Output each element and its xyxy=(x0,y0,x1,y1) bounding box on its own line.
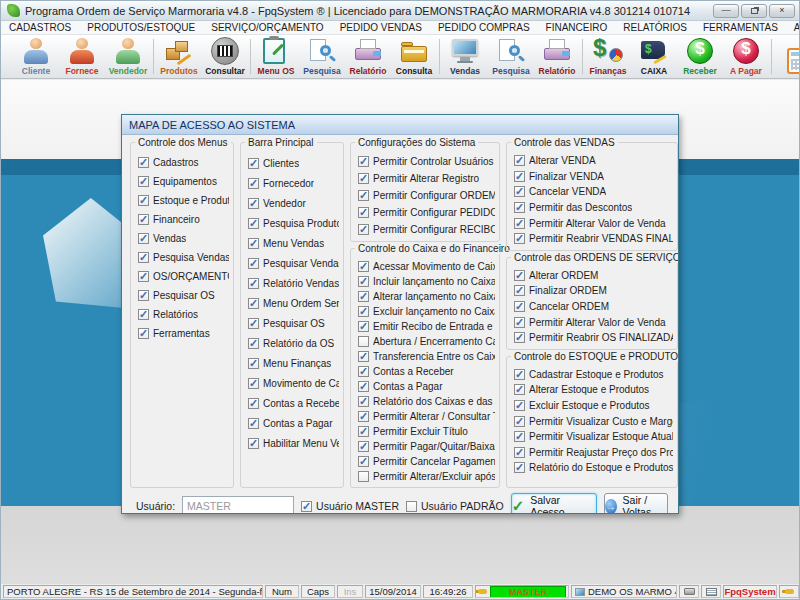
checkbox-item[interactable]: ✓Finalizar VENDA xyxy=(514,169,673,185)
checkbox-item[interactable]: ✓Permitir Alterar Valor de Venda xyxy=(514,314,673,330)
checkbox[interactable]: ✓ xyxy=(514,301,525,312)
checkbox[interactable]: ✓ xyxy=(514,332,525,343)
toolbar-button-clipboard[interactable]: Menu OS xyxy=(253,36,299,77)
save-access-button[interactable]: ✓ Salvar Acesso xyxy=(511,493,597,513)
checkbox-item[interactable]: ✓Habilitar Menu Vendas xyxy=(248,433,339,453)
checkbox[interactable]: ✓ xyxy=(358,366,369,377)
checkbox[interactable]: ✓ xyxy=(514,155,525,166)
checkbox-item[interactable]: ✓Alterar ORDEM xyxy=(514,268,673,284)
checkbox-item[interactable]: ✓Cadastrar Estoque e Produtos xyxy=(514,367,673,383)
checkbox-item[interactable]: ✓Pesquisa Produtos xyxy=(248,213,339,233)
checkbox[interactable]: ✓ xyxy=(138,176,149,187)
checkbox-item[interactable]: ✓Excluir lançamento no Caixa xyxy=(358,304,495,319)
toolbar-button-search-doc[interactable]: Pesquisa xyxy=(488,36,534,77)
menu-item-financeiro[interactable]: FINANCEIRO xyxy=(546,22,608,33)
menu-item-relat-rios[interactable]: RELATÓRIOS xyxy=(623,22,687,33)
toolbar-button-person-supplier[interactable]: Fornece xyxy=(59,36,105,77)
checkbox-usuario-master[interactable]: ✓ Usuário MASTER xyxy=(301,500,399,512)
checkbox-item[interactable]: ✓Clientes xyxy=(248,153,339,173)
minimize-button[interactable]: — xyxy=(713,4,739,18)
checkbox-item[interactable]: ✓Vendedor xyxy=(248,193,339,213)
checkbox[interactable]: ✓ xyxy=(248,318,259,329)
checkbox-item[interactable]: ✓Relatório da OS xyxy=(248,333,339,353)
status-table-button[interactable] xyxy=(701,585,721,598)
checkbox-item[interactable]: ✓Alterar VENDA xyxy=(514,153,673,169)
checkbox-item[interactable]: ✓Fornecedor xyxy=(248,173,339,193)
checkbox[interactable]: ✓ xyxy=(248,398,259,409)
checkbox[interactable]: ✓ xyxy=(358,411,369,422)
checkbox-item[interactable]: ✓Pesquisar OS xyxy=(248,313,339,333)
toolbar-button-person-client[interactable]: Cliente xyxy=(13,36,59,77)
checkbox[interactable]: ✓ xyxy=(514,431,525,442)
checkbox-item[interactable]: ✓Vendas xyxy=(138,229,229,248)
checkbox-item[interactable]: ✓Permitir Configurar ORDEM xyxy=(358,187,495,204)
menu-item-ajuda[interactable]: AJUDA xyxy=(794,22,800,33)
checkbox[interactable]: ✓ xyxy=(248,158,259,169)
checkbox[interactable]: ✓ xyxy=(138,233,149,244)
checkbox[interactable]: ✓ xyxy=(301,501,312,512)
checkbox[interactable]: ✓ xyxy=(358,291,369,302)
close-button[interactable]: × xyxy=(769,4,795,18)
checkbox[interactable]: ✓ xyxy=(358,261,369,272)
checkbox[interactable] xyxy=(406,501,417,512)
toolbar-button-report[interactable]: Relatório xyxy=(534,36,580,77)
toolbar-button-cash-book[interactable]: $CAIXA xyxy=(631,36,677,77)
checkbox[interactable]: ✓ xyxy=(248,338,259,349)
checkbox[interactable]: ✓ xyxy=(514,270,525,281)
checkbox[interactable]: ✓ xyxy=(358,456,369,467)
checkbox-item[interactable]: ✓Menu Ordem Serviço xyxy=(248,293,339,313)
checkbox[interactable]: ✓ xyxy=(248,258,259,269)
user-input[interactable] xyxy=(182,496,294,513)
checkbox-item[interactable]: ✓Menu Vendas xyxy=(248,233,339,253)
checkbox-item[interactable]: ✓Contas a Pagar xyxy=(358,379,495,394)
checkbox[interactable]: ✓ xyxy=(514,171,525,182)
restore-button[interactable] xyxy=(741,4,767,18)
checkbox-item[interactable]: Abertura / Encerramento Caixa xyxy=(358,334,495,349)
checkbox[interactable]: ✓ xyxy=(358,396,369,407)
checkbox[interactable]: ✓ xyxy=(358,441,369,452)
checkbox[interactable]: ✓ xyxy=(514,317,525,328)
toolbar-button-report[interactable]: Relatório xyxy=(345,36,391,77)
checkbox-item[interactable]: Permitir Alterar/Excluir após fechamento xyxy=(358,469,495,484)
checkbox[interactable]: ✓ xyxy=(248,178,259,189)
checkbox-item[interactable]: ✓OS/ORÇAMENTO xyxy=(138,267,229,286)
checkbox[interactable]: ✓ xyxy=(358,276,369,287)
checkbox[interactable]: ✓ xyxy=(514,233,525,244)
checkbox[interactable]: ✓ xyxy=(248,218,259,229)
checkbox-item[interactable]: ✓Permitir Visualizar Estoque Atual e Mín… xyxy=(514,429,673,445)
menu-item-produtos-estoque[interactable]: PRODUTOS/ESTOQUE xyxy=(87,22,195,33)
menu-item-cadastros[interactable]: CADASTROS xyxy=(9,22,71,33)
checkbox-item[interactable]: ✓Permitir Cancelar Pagamento do Título xyxy=(358,454,495,469)
checkbox-item[interactable]: ✓Pesquisar Vendas xyxy=(248,253,339,273)
checkbox[interactable]: ✓ xyxy=(138,195,149,206)
checkbox-item[interactable]: ✓Relatório dos Caixas e das Contas xyxy=(358,394,495,409)
checkbox-item[interactable]: ✓Relatório do Estoque e Produtos xyxy=(514,460,673,476)
checkbox[interactable]: ✓ xyxy=(514,462,525,473)
checkbox-item[interactable]: ✓Permitir Reabrir OS FINALIZADAS xyxy=(514,330,673,346)
checkbox[interactable]: ✓ xyxy=(138,328,149,339)
checkbox-item[interactable]: ✓Permitir Configurar PEDIDO xyxy=(358,204,495,221)
toolbar-button-person-seller[interactable]: Vendedor xyxy=(105,36,151,77)
checkbox[interactable]: ✓ xyxy=(514,400,525,411)
checkbox[interactable]: ✓ xyxy=(248,358,259,369)
checkbox[interactable]: ✓ xyxy=(514,202,525,213)
checkbox-usuario-padrao[interactable]: Usuário PADRÃO xyxy=(406,500,504,512)
toolbar-button-search-doc[interactable]: Pesquisa xyxy=(299,36,345,77)
checkbox[interactable]: ✓ xyxy=(514,285,525,296)
checkbox[interactable]: ✓ xyxy=(514,369,525,380)
checkbox[interactable] xyxy=(358,336,369,347)
checkbox-item[interactable]: ✓Acessar Movimento de Caixa xyxy=(358,259,495,274)
checkbox-item[interactable]: ✓Permitir Controlar Usuários xyxy=(358,153,495,170)
checkbox[interactable]: ✓ xyxy=(138,214,149,225)
status-key-button[interactable] xyxy=(779,585,799,598)
checkbox-item[interactable]: ✓Pesquisa Vendas xyxy=(138,248,229,267)
checkbox-item[interactable]: ✓Financeiro xyxy=(138,210,229,229)
toolbar-button-dollar-green[interactable]: $Receber xyxy=(677,36,723,77)
checkbox-item[interactable]: ✓Permitir Pagar/Quitar/Baixar Título xyxy=(358,439,495,454)
checkbox-item[interactable]: ✓Finalizar ORDEM xyxy=(514,283,673,299)
checkbox-item[interactable]: ✓Permitir Visualizar Custo e Margens xyxy=(514,413,673,429)
checkbox-item[interactable]: ✓Cancelar VENDA xyxy=(514,184,673,200)
checkbox[interactable]: ✓ xyxy=(248,238,259,249)
checkbox-item[interactable]: ✓Contas a Pagar xyxy=(248,413,339,433)
checkbox[interactable]: ✓ xyxy=(138,252,149,263)
